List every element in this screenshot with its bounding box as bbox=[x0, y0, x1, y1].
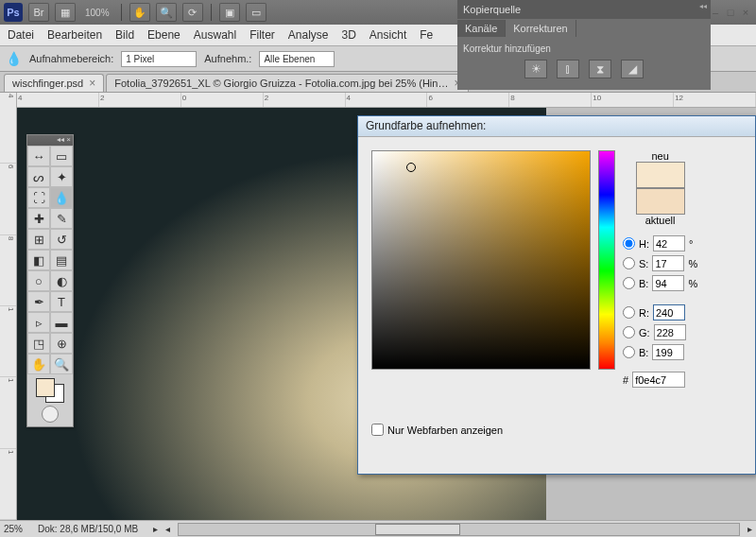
crop-tool[interactable]: ⛶ bbox=[27, 187, 50, 208]
eraser-tool[interactable]: ◧ bbox=[27, 250, 50, 270]
menu-ansicht[interactable]: Ansicht bbox=[369, 28, 406, 42]
opt-label-aufnahmebereich: Aufnahmebereich: bbox=[29, 53, 113, 64]
hand-tool-icon[interactable]: ✋ bbox=[129, 3, 150, 22]
tab-korrekturen[interactable]: Korrekturen bbox=[506, 20, 576, 37]
bl-input[interactable] bbox=[652, 344, 684, 360]
zoom-dropdown[interactable]: 100% bbox=[81, 6, 113, 20]
menu-ebene[interactable]: Ebene bbox=[147, 28, 180, 42]
hue-slider[interactable] bbox=[598, 150, 615, 370]
s-input[interactable] bbox=[652, 255, 684, 271]
tab-kanaele[interactable]: Kanäle bbox=[457, 20, 506, 37]
new-color-swatch[interactable] bbox=[636, 162, 685, 188]
menu-datei[interactable]: Datei bbox=[8, 28, 34, 42]
gradient-tool[interactable]: ▤ bbox=[50, 250, 73, 270]
zoom-tool-icon[interactable]: 🔍 bbox=[156, 3, 177, 22]
path-sel-tool[interactable]: ▹ bbox=[27, 312, 50, 333]
tab-close-icon[interactable]: × bbox=[89, 77, 95, 90]
webonly-label: Nur Webfarben anzeigen bbox=[387, 424, 503, 436]
panel-title[interactable]: Kopierquelle bbox=[463, 4, 521, 15]
move-tool[interactable]: ↔ bbox=[27, 146, 50, 166]
toolbox: ◂◂× ↔ ▭ ᔕ ✦ ⛶ 💧 ✚ ✎ ⊞ ↺ ◧ ▤ ○ ◐ ✒ T ▹ ▬ … bbox=[26, 134, 74, 427]
scroll-thumb[interactable] bbox=[375, 524, 460, 535]
menu-analyse[interactable]: Analyse bbox=[288, 28, 329, 42]
ps-logo-icon: Ps bbox=[4, 3, 23, 22]
minimize-icon[interactable]: – bbox=[709, 6, 722, 19]
fg-swatch[interactable] bbox=[36, 378, 55, 397]
close-icon[interactable]: × bbox=[739, 6, 752, 19]
menu-bild[interactable]: Bild bbox=[115, 28, 134, 42]
panel-collapse-icon[interactable]: ◂◂ bbox=[699, 2, 707, 10]
pen-tool[interactable]: ✒ bbox=[27, 291, 50, 312]
g-input[interactable] bbox=[654, 324, 686, 340]
adj-brightness-icon[interactable]: ☀ bbox=[524, 60, 547, 78]
ruler-vertical: 468111 bbox=[0, 93, 17, 520]
scroll-left-icon[interactable]: ◂ bbox=[165, 524, 170, 534]
adj-curves-icon[interactable]: ⧗ bbox=[589, 60, 611, 78]
quickmask-toggle[interactable] bbox=[42, 406, 59, 423]
menu-bearbeiten[interactable]: Bearbeiten bbox=[47, 28, 102, 42]
color-cursor-icon bbox=[406, 163, 416, 172]
brush-tool[interactable]: ✎ bbox=[50, 208, 73, 229]
3d-tool[interactable]: ◳ bbox=[27, 333, 50, 354]
restore-icon[interactable]: □ bbox=[724, 6, 737, 19]
adj-exposure-icon[interactable]: ◢ bbox=[621, 60, 644, 78]
zoom-tool[interactable]: 🔍 bbox=[50, 354, 73, 374]
bridge-button[interactable]: Br bbox=[28, 3, 49, 22]
stamp-tool[interactable]: ⊞ bbox=[27, 229, 50, 250]
status-bar: 25% Dok: 28,6 MB/150,0 MB ▸ ◂ ▸ bbox=[0, 520, 756, 537]
dodge-tool[interactable]: ◐ bbox=[50, 270, 73, 291]
bl-radio[interactable] bbox=[623, 346, 635, 358]
status-arrow-icon[interactable]: ▸ bbox=[153, 524, 158, 534]
eyedropper-tool[interactable]: 💧 bbox=[50, 187, 73, 208]
panel-kopierquelle: ◂◂ Kopierquelle Kanäle Korrekturen Korre… bbox=[457, 0, 711, 90]
menu-3d[interactable]: 3D bbox=[342, 28, 356, 42]
webonly-checkbox[interactable] bbox=[371, 424, 384, 436]
toolbox-header[interactable]: ◂◂× bbox=[27, 135, 73, 146]
h-radio[interactable] bbox=[623, 237, 635, 250]
heal-tool[interactable]: ✚ bbox=[27, 208, 50, 229]
status-zoom[interactable]: 25% bbox=[4, 524, 23, 534]
type-tool[interactable]: T bbox=[50, 291, 73, 312]
menu-filter[interactable]: Filter bbox=[249, 28, 275, 42]
wand-tool[interactable]: ✦ bbox=[50, 166, 73, 187]
history-brush-tool[interactable]: ↺ bbox=[50, 229, 73, 250]
color-swatches[interactable] bbox=[36, 378, 64, 403]
doc-tab-label: wischfinger.psd bbox=[12, 78, 83, 89]
adj-levels-icon[interactable]: ⫿ bbox=[557, 60, 579, 78]
hex-input[interactable] bbox=[632, 372, 685, 388]
lasso-tool[interactable]: ᔕ bbox=[27, 166, 50, 187]
eyedropper-icon: 💧 bbox=[6, 51, 22, 66]
hand-tool[interactable]: ✋ bbox=[27, 354, 50, 374]
h-input[interactable] bbox=[653, 235, 685, 251]
window-controls: – □ × bbox=[709, 6, 752, 19]
current-color-swatch[interactable] bbox=[636, 188, 685, 215]
color-field[interactable] bbox=[371, 150, 591, 370]
h-scrollbar[interactable] bbox=[178, 523, 740, 536]
b-radio[interactable] bbox=[623, 277, 635, 289]
ruler-horizontal: 42024681012 bbox=[17, 93, 756, 108]
sample-size-select[interactable]: 1 Pixel bbox=[121, 51, 197, 67]
blur-tool[interactable]: ○ bbox=[27, 270, 50, 291]
color-picker-dialog: Grundfarbe aufnehmen: neu aktuell H:° S:… bbox=[357, 115, 756, 475]
doc-tab-1[interactable]: wischfinger.psd × bbox=[4, 74, 104, 92]
shape-tool[interactable]: ▬ bbox=[50, 312, 73, 333]
doc-tab-2[interactable]: Fotolia_3792651_XL © Giorgio Gruizza - F… bbox=[106, 74, 469, 92]
menu-fenster[interactable]: Fe bbox=[420, 28, 433, 42]
scroll-right-icon[interactable]: ▸ bbox=[747, 524, 752, 534]
marquee-tool[interactable]: ▭ bbox=[50, 146, 73, 166]
r-radio[interactable] bbox=[623, 306, 635, 319]
new-color-label: neu bbox=[651, 150, 668, 162]
sample-layers-select[interactable]: Alle Ebenen bbox=[259, 51, 335, 67]
s-radio[interactable] bbox=[623, 257, 635, 269]
screen-mode-button[interactable]: ▭ bbox=[246, 3, 266, 22]
3d-camera-tool[interactable]: ⊕ bbox=[50, 333, 73, 354]
g-radio[interactable] bbox=[623, 326, 635, 338]
layout-button[interactable]: ▣ bbox=[219, 3, 240, 22]
rotate-tool-icon[interactable]: ⟳ bbox=[182, 3, 203, 22]
color-picker-title: Grundfarbe aufnehmen: bbox=[358, 116, 755, 137]
menu-auswahl[interactable]: Auswahl bbox=[194, 28, 236, 42]
r-input[interactable] bbox=[653, 304, 685, 320]
current-color-label: aktuell bbox=[645, 215, 676, 226]
film-button[interactable]: ▦ bbox=[55, 3, 76, 22]
b-input[interactable] bbox=[652, 275, 684, 291]
